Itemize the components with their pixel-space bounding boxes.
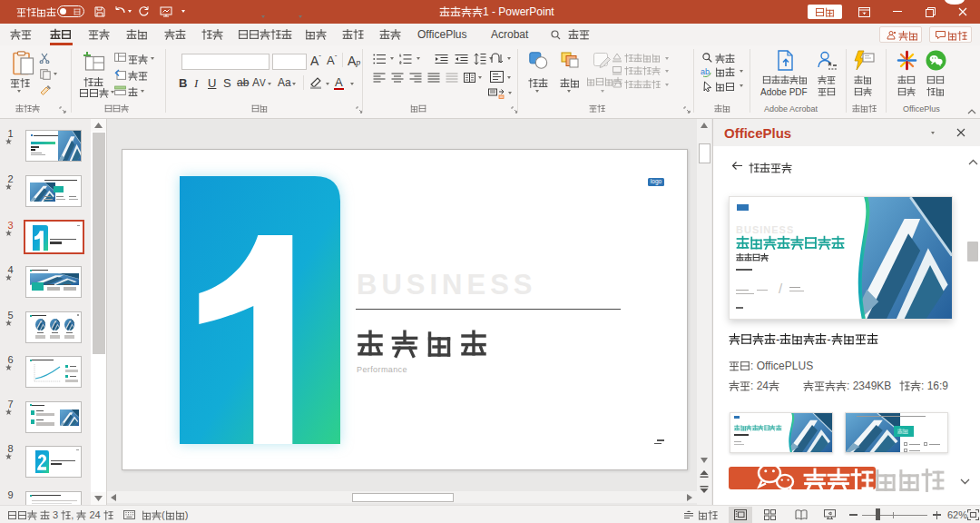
svg-text:ab: ab xyxy=(701,67,710,76)
